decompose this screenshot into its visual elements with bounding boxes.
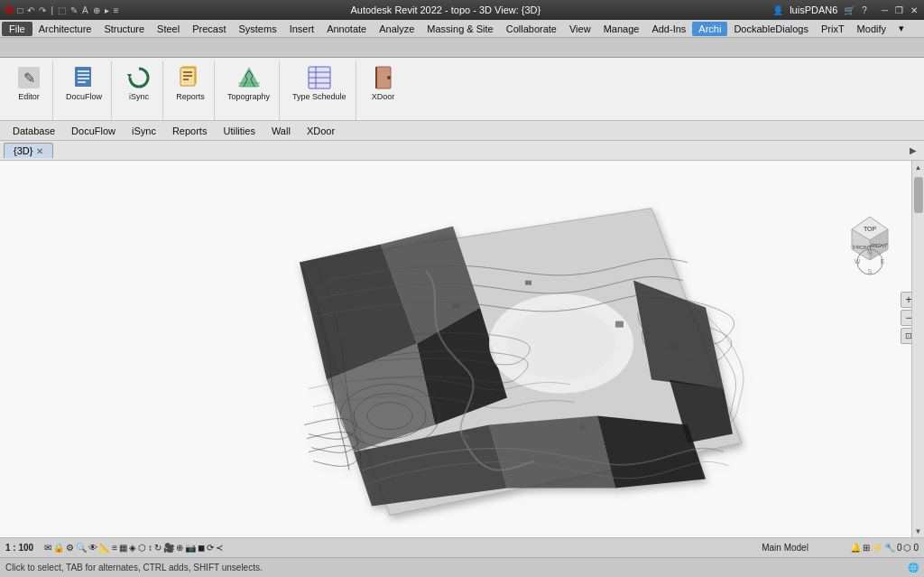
status-right-icon-4[interactable]: 🔧 [884, 543, 895, 553]
xdoor-label: XDoor [372, 92, 395, 102]
status-icon-7[interactable]: ≡ [112, 543, 117, 553]
viewport[interactable]: TOP FRONT RIGHT N E S W + − ⊡ ▲ [0, 161, 924, 537]
ribbon-btn-editor[interactable]: ✎ Editor [11, 61, 47, 104]
navigation-cube[interactable]: TOP FRONT RIGHT N E S W [834, 206, 906, 278]
ribbon-group-xdoor: XDoor [360, 61, 407, 120]
quick-access-icon2[interactable]: ⬚ [57, 5, 67, 15]
quick-access-save-icon[interactable]: □ [16, 5, 23, 15]
reports-label: Reports [176, 92, 205, 102]
status-right-icon-2[interactable]: ⊞ [863, 543, 870, 553]
status-icon-4[interactable]: 🔍 [76, 543, 87, 553]
scroll-up-arrow[interactable]: ▲ [912, 161, 925, 173]
quick-access-icon4[interactable]: A [81, 5, 89, 15]
status-icon-8[interactable]: ▦ [119, 543, 127, 553]
view-tab-label: {3D} [14, 145, 32, 156]
sec-btn-wall[interactable]: Wall [264, 125, 298, 137]
status-icon-2[interactable]: 🔒 [53, 543, 64, 553]
user-icon[interactable]: 👤 [772, 5, 784, 15]
ribbon-btn-reports[interactable]: Reports [172, 61, 208, 104]
status-icon-15[interactable]: 📷 [185, 543, 196, 553]
quick-access-icon1[interactable]: | [50, 5, 54, 15]
menu-item-addins[interactable]: Add-Ins [645, 22, 692, 36]
status-icon-10[interactable]: ⬡ [138, 543, 146, 553]
status-icon-12[interactable]: ↻ [154, 543, 162, 553]
menu-dropdown-arrow[interactable]: ▾ [892, 21, 910, 36]
scroll-thumb[interactable] [914, 177, 923, 213]
menu-item-collaborate[interactable]: Collaborate [500, 22, 563, 36]
ribbon-btn-xdoor[interactable]: XDoor [365, 61, 402, 104]
status-icon-13[interactable]: 🎥 [163, 543, 174, 553]
quick-access-icon5[interactable]: ⊕ [92, 5, 101, 15]
view-tab-3d[interactable]: {3D} ✕ [4, 143, 53, 158]
app-logo-icon[interactable]: R [5, 4, 14, 17]
typeschedule-icon [305, 63, 334, 92]
ribbon-group-reports: Reports [167, 61, 215, 120]
sec-btn-xdoor[interactable]: XDoor [300, 125, 342, 137]
menu-item-manage[interactable]: Manage [597, 22, 646, 36]
menu-item-dockable[interactable]: DockableDialogs [727, 22, 815, 36]
status-right-icon-1[interactable]: 🔔 [850, 543, 861, 553]
help-icon[interactable]: ? [861, 5, 868, 15]
quick-access-icon7[interactable]: ≡ [113, 5, 120, 15]
view-scroll-right-icon[interactable]: ▶ [906, 145, 920, 155]
status-icon-16[interactable]: ◼ [198, 543, 205, 553]
status-icon-18[interactable]: ≺ [216, 543, 223, 553]
status-icon-6[interactable]: 📐 [99, 543, 110, 553]
status-right-icon-7[interactable]: 0 [913, 543, 919, 553]
ribbon-btn-topography[interactable]: Topography [224, 61, 273, 104]
menu-item-archi[interactable]: Archi [692, 22, 727, 36]
status-right-icon-3[interactable]: ⚡ [872, 543, 882, 553]
cart-icon[interactable]: 🛒 [843, 5, 855, 15]
ribbon-btn-isync[interactable]: iSync [121, 61, 157, 104]
bottom-center-icon[interactable]: 🌐 [908, 563, 919, 572]
sec-btn-reports[interactable]: Reports [165, 125, 215, 137]
ribbon-btn-docuflow[interactable]: DocuFlow [62, 61, 106, 104]
quick-access-icon3[interactable]: ✎ [69, 5, 79, 15]
title-bar: R □ ↶ ↷ | ⬚ ✎ A ⊕ ▸ ≡ Autodesk Revit 202… [0, 0, 924, 20]
menu-item-view[interactable]: View [563, 22, 597, 36]
ribbon-btn-typeschedule[interactable]: Type Schedule [289, 61, 350, 104]
menu-item-structure[interactable]: Structure [97, 22, 151, 36]
menu-item-precast[interactable]: Precast [186, 22, 232, 36]
status-right-icon-5[interactable]: 0 [897, 543, 902, 553]
menu-item-annotate[interactable]: Annotate [320, 22, 373, 36]
status-icon-14[interactable]: ⊕ [176, 543, 183, 553]
svg-text:S: S [868, 268, 873, 275]
status-bar: 1 : 100 ✉ 🔒 ⚙ 🔍 👁 📐 ≡ ▦ ◈ ⬡ ↕ ↻ 🎥 ⊕ 📷 ◼ … [0, 537, 924, 557]
close-icon[interactable]: ✕ [910, 5, 919, 15]
menu-item-analyze[interactable]: Analyze [373, 22, 420, 36]
menu-item-systems[interactable]: Systems [232, 22, 282, 36]
status-icon-3[interactable]: ⚙ [66, 543, 74, 553]
quick-access-undo-icon[interactable]: ↶ [26, 5, 35, 15]
status-icon-17[interactable]: ⟳ [207, 543, 214, 553]
status-icon-9[interactable]: ◈ [129, 543, 136, 553]
menu-item-steel[interactable]: Steel [151, 22, 186, 36]
menu-item-modify[interactable]: Modify [851, 22, 892, 36]
menu-item-massing[interactable]: Massing & Site [420, 22, 499, 36]
restore-icon[interactable]: ❐ [894, 5, 904, 15]
xdoor-icon [369, 63, 398, 92]
title-bar-right-icons: 👤 luisPDAN6 🛒 ? ─ ❐ ✕ [772, 5, 919, 15]
sec-btn-docuflow[interactable]: DocuFlow [64, 125, 123, 137]
status-icon-5[interactable]: 👁 [88, 543, 97, 553]
svg-point-30 [507, 307, 615, 379]
status-right-icon-6[interactable]: ⬡ [903, 543, 911, 553]
viewport-scrollbar[interactable]: ▲ ▼ [911, 161, 924, 537]
minimize-icon[interactable]: ─ [881, 5, 889, 15]
svg-text:TOP: TOP [864, 226, 877, 232]
editor-label: Editor [18, 92, 40, 102]
status-icon-1[interactable]: ✉ [44, 543, 51, 553]
view-tab-close[interactable]: ✕ [36, 146, 43, 156]
menu-item-file[interactable]: File [2, 22, 32, 36]
menu-item-insert[interactable]: Insert [283, 22, 321, 36]
sec-btn-utilities[interactable]: Utilities [216, 125, 262, 137]
sec-btn-isync[interactable]: iSync [125, 125, 163, 137]
status-icon-11[interactable]: ↕ [148, 543, 152, 553]
sec-btn-database[interactable]: Database [5, 125, 62, 137]
menu-item-prixt[interactable]: PrixT [815, 22, 851, 36]
scale-value: 1 : 100 [5, 543, 33, 553]
quick-access-redo-icon[interactable]: ↷ [38, 5, 47, 15]
quick-access-icon6[interactable]: ▸ [104, 5, 110, 15]
menu-item-architecture[interactable]: Architecture [32, 22, 98, 36]
scroll-down-arrow[interactable]: ▼ [912, 525, 925, 537]
